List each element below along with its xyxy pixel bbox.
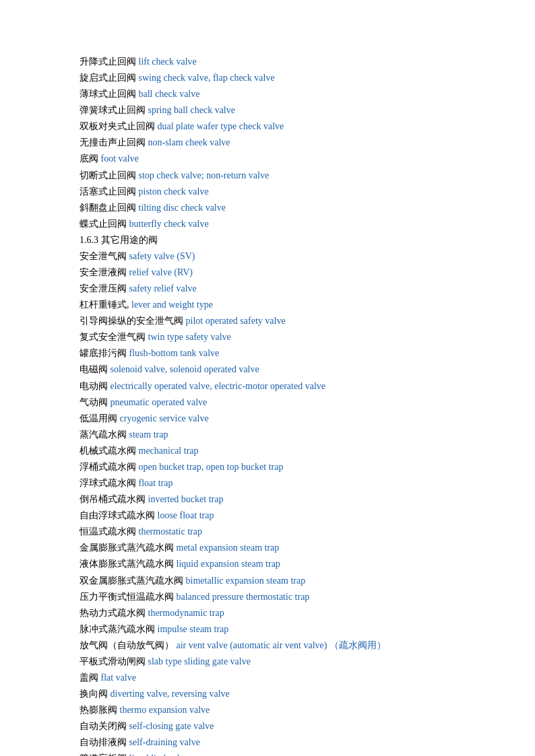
en-text: cryogenic service valve [117,413,209,423]
list-item: 自动排液阀 self-draining valve [80,734,508,751]
zh-text: 蝶式止回阀 [80,219,127,229]
zh-text: 薄球式止回阀 [80,89,136,99]
zh-text: 低温用阀 [80,413,117,423]
list-item: 切断式止回阀 stop check valve; non-return valv… [80,168,508,184]
en-text: bimetallic expansion steam trap [183,576,305,586]
list-item: 蝶式止回阀 butterfly check valve [80,216,508,232]
list-item: 无撞击声止回阀 non-slam cheek valve [80,135,508,151]
en-text: pneumatic operated valve [108,397,207,407]
en-text: relief valve (RV) [127,267,193,277]
list-item: 自动关闭阀 self-closing gate valve [80,718,508,734]
en-text: balanced pressure thermostatic trap [174,592,309,602]
en-text: open bucket trap, open top bucket trap [136,462,283,472]
zh-text: 双金属膨胀式蒸汽疏水阀 [80,576,183,586]
en-text: thermo expansion valve [117,705,210,715]
list-item: 液体膨胀式蒸汽疏水阀 liquid expansion steam trap [80,556,508,572]
list-item: 旋启式止回阀 swing check valve, flap check val… [80,70,508,86]
en-text: line-blind valve [127,753,189,756]
list-item: 1.6.3 其它用途的阀 [80,232,508,248]
zh-text: 安全泄压阀 [80,283,127,294]
en-text: twin type safety valve [146,332,231,342]
list-item: 升降式止回阀 lift check valve [80,54,508,70]
en-text: thermostatic trap [136,526,202,537]
zh-text: 浮球式疏水阀 [80,478,136,488]
list-item: 平板式滑动闸阀 slab type sliding gate valve [80,654,508,670]
zh-text: 弹簧球式止回阀 [80,105,146,115]
en-text: lever and weight type [129,300,213,310]
zh-text: 换向阀 [80,689,108,699]
en-text: air vent valve (automatic air vent valve… [174,640,386,650]
list-item: 活塞式止回阀 piston check valve [80,184,508,200]
en-text: butterfly check valve [127,219,209,229]
en-text: diverting valve, reversing valve [108,689,230,699]
zh-text: 底阀 [80,153,98,164]
zh-text: 压力平衡式恒温疏水阀 [80,592,174,602]
zh-text: 安全泄气阀 [80,251,127,261]
en-text: electrically operated valve, electric-mo… [108,381,325,391]
list-item: 引导阀操纵的安全泄气阀 pilot operated safety valve [80,313,508,329]
en-text: pilot operated safety valve [183,316,286,326]
en-text: lift check valve [136,57,197,67]
list-item: 双金属膨胀式蒸汽疏水阀 bimetallic expansion steam t… [80,573,508,589]
en-text: non-slam cheek valve [146,137,230,147]
list-item: 低温用阀 cryogenic service valve [80,411,508,427]
list-item: 罐底排污阀 flush-bottom tank valve [80,345,508,362]
en-text: inverted bucket trap [146,494,223,504]
list-item: 换向阀 diverting valve, reversing valve [80,686,508,702]
list-item: 电动阀 electrically operated valve, electri… [80,378,508,394]
list-item: 放气阀（自动放气阀） air vent valve (automatic air… [80,638,508,654]
list-item: 薄球式止回阀 ball check valve [80,86,508,102]
zh-text: 斜翻盘止回阀 [80,203,136,213]
list-item: 浮桶式疏水阀 open bucket trap, open top bucket… [80,459,508,475]
en-text: metal expansion steam trap [174,543,279,553]
zh-text: 盖阀 [80,673,98,683]
list-item: 杠杆重锤式, lever and weight type [80,297,508,313]
content-container: 升降式止回阀 lift check valve旋启式止回阀 swing chec… [80,54,508,756]
list-item: 压力平衡式恒温疏水阀 balanced pressure thermostati… [80,589,508,605]
en-text: ball check valve [136,89,199,99]
zh-text: 机械式疏水阀 [80,446,136,456]
list-item: 自由浮球式疏水阀 loose float trap [80,508,508,524]
zh-text: 自动关闭阀 [80,721,127,731]
en-text: impulse steam trap [155,624,228,634]
en-text: foot valve [98,153,139,164]
zh-text: 平板式滑动闸阀 [80,656,146,666]
list-item: 管道盲板阀 line-blind valve [80,751,508,756]
en-text: safety relief valve [127,283,197,294]
en-text: mechanical trap [136,446,199,456]
list-item: 热膨胀阀 thermo expansion valve [80,702,508,718]
list-item: 安全泄气阀 safety valve (SV) [80,248,508,265]
en-text: solenoid valve, solenoid operated valve [108,364,259,374]
en-text: dual plate wafer type check valve [155,121,284,131]
zh-text: 无撞击声止回阀 [80,137,146,147]
lines-list: 升降式止回阀 lift check valve旋启式止回阀 swing chec… [80,54,508,756]
list-item: 弹簧球式止回阀 spring ball check valve [80,102,508,118]
list-item: 斜翻盘止回阀 tilting disc check valve [80,200,508,216]
list-item: 倒吊桶式疏水阀 inverted bucket trap [80,491,508,508]
zh-text: 管道盲板阀 [80,753,127,756]
list-item: 金属膨胀式蒸汽疏水阀 metal expansion steam trap [80,540,508,556]
en-text: slab type sliding gate valve [146,656,251,666]
zh-text: 液体膨胀式蒸汽疏水阀 [80,559,174,569]
zh-text: 气动阀 [80,397,108,407]
zh-text: 复式安全泄气阀 [80,332,146,342]
en-text: liquid expansion steam trap [174,559,280,569]
zh-text: 罐底排污阀 [80,348,127,358]
zh-text: 双板对夹式止回阀 [80,121,155,131]
en-text: spring ball check valve [146,105,235,115]
zh-text: 自由浮球式疏水阀 [80,510,155,520]
en-text: float trap [136,478,172,488]
list-item: 气动阀 pneumatic operated valve [80,394,508,411]
zh-text: 切断式止回阀 [80,170,136,180]
zh-text: 热动力式疏水阀 [80,608,146,618]
en-text: flush-bottom tank valve [127,348,219,358]
en-text: loose float trap [155,510,214,520]
list-item: 双板对夹式止回阀 dual plate wafer type check val… [80,118,508,135]
zh-text: 浮桶式疏水阀 [80,462,136,472]
list-item: 底阀 foot valve [80,151,508,167]
en-text: self-closing gate valve [127,721,214,731]
zh-text: 蒸汽疏水阀 [80,429,127,440]
list-item: 恒温式疏水阀 thermostatic trap [80,524,508,540]
list-item: 机械式疏水阀 mechanical trap [80,443,508,459]
zh-text: 电动阀 [80,381,108,391]
